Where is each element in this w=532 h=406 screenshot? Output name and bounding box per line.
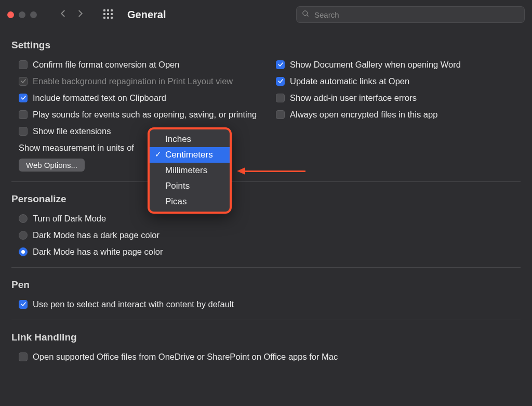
- setting-label: Include formatted text on Clipboard: [33, 93, 166, 103]
- toolbar: General: [0, 0, 532, 29]
- arrow-line: [245, 171, 305, 172]
- nav-controls: [59, 9, 85, 20]
- unit-option-millimeters[interactable]: Millimeters: [150, 163, 230, 178]
- settings-col-right: Show Document Gallery when opening Word …: [269, 56, 521, 174]
- unit-option-picas[interactable]: Picas: [150, 194, 230, 209]
- checkbox-icon[interactable]: [276, 77, 285, 86]
- page-title: General: [127, 9, 166, 21]
- show-all-icon[interactable]: [103, 9, 114, 20]
- annotation-arrow: [237, 167, 305, 175]
- arrow-left-icon: [237, 167, 245, 175]
- setting-label: Update automatic links at Open: [290, 76, 409, 86]
- setting-enable-bg-repag: Enable background repagination in Print …: [11, 73, 263, 89]
- setting-label: Show file extensions: [33, 126, 111, 136]
- search-field[interactable]: [296, 6, 525, 23]
- zoom-window-dot[interactable]: [30, 11, 37, 18]
- setting-label: Confirm file format conversion at Open: [33, 60, 179, 70]
- section-link-title: Link Handling: [11, 332, 521, 343]
- setting-include-formatted[interactable]: Include formatted text on Clipboard: [11, 89, 263, 106]
- svg-point-0: [303, 10, 308, 15]
- search-icon: [302, 10, 310, 20]
- personalize-white-page[interactable]: Dark Mode has a white page color: [11, 243, 521, 260]
- window-traffic-lights: [7, 11, 37, 18]
- section-settings-title: Settings: [11, 40, 521, 51]
- setting-open-encrypted[interactable]: Always open encrypted files in this app: [269, 106, 521, 123]
- svg-line-1: [307, 15, 308, 16]
- forward-icon[interactable]: [75, 9, 85, 20]
- measurement-label: Show measurement in units of: [19, 143, 134, 153]
- setting-label: Use pen to select and interact with cont…: [33, 299, 234, 309]
- radio-icon[interactable]: [19, 247, 28, 256]
- radio-label: Turn off Dark Mode: [33, 214, 106, 224]
- radio-icon[interactable]: [19, 231, 28, 240]
- checkbox-icon[interactable]: [19, 94, 28, 102]
- checkbox-icon[interactable]: [19, 110, 28, 119]
- radio-icon[interactable]: [19, 214, 28, 223]
- radio-label: Dark Mode has a white page color: [33, 247, 163, 257]
- divider: [11, 267, 521, 268]
- personalize-off[interactable]: Turn off Dark Mode: [11, 210, 521, 227]
- setting-show-gallery[interactable]: Show Document Gallery when opening Word: [269, 56, 521, 73]
- setting-confirm-file-format[interactable]: Confirm file format conversion at Open: [11, 56, 263, 73]
- checkbox-icon[interactable]: [276, 110, 285, 119]
- setting-label: Enable background repagination in Print …: [33, 76, 233, 86]
- pen-use-pen[interactable]: Use pen to select and interact with cont…: [11, 296, 521, 312]
- checkbox-icon[interactable]: [19, 127, 28, 136]
- unit-option-inches[interactable]: Inches: [150, 132, 230, 147]
- personalize-dark-page[interactable]: Dark Mode has a dark page color: [11, 227, 521, 243]
- minimize-window-dot[interactable]: [19, 11, 25, 18]
- checkbox-icon[interactable]: [276, 60, 285, 69]
- setting-play-sounds[interactable]: Play sounds for events such as opening, …: [11, 106, 263, 123]
- setting-label: Play sounds for events such as opening, …: [33, 110, 257, 120]
- web-options-button[interactable]: Web Options...: [19, 159, 85, 172]
- radio-label: Dark Mode has a dark page color: [33, 230, 159, 240]
- setting-show-addin-err[interactable]: Show add-in user interface errors: [269, 89, 521, 106]
- search-input[interactable]: [313, 10, 519, 20]
- section-personalize-title: Personalize: [11, 193, 521, 205]
- preferences-content: Settings Confirm file format conversion …: [0, 29, 532, 365]
- link-open-supported[interactable]: Open supported Office files from OneDriv…: [11, 348, 521, 365]
- setting-label: Always open encrypted files in this app: [290, 110, 437, 120]
- checkbox-icon[interactable]: [19, 300, 28, 309]
- checkbox-icon[interactable]: [19, 60, 28, 69]
- unit-option-points[interactable]: Points: [150, 178, 230, 194]
- unit-option-centimeters[interactable]: Centimeters: [150, 147, 230, 163]
- checkbox-icon[interactable]: [276, 94, 285, 102]
- settings-columns: Confirm file format conversion at Open E…: [11, 56, 521, 174]
- measurement-units-dropdown[interactable]: Inches Centimeters Millimeters Points Pi…: [148, 127, 232, 214]
- divider: [11, 320, 521, 320]
- back-icon[interactable]: [59, 9, 68, 20]
- section-pen-title: Pen: [11, 279, 521, 291]
- divider: [11, 181, 521, 182]
- setting-update-links[interactable]: Update automatic links at Open: [269, 73, 521, 89]
- checkbox-icon: [19, 77, 28, 86]
- setting-label: Open supported Office files from OneDriv…: [33, 352, 338, 362]
- setting-label: Show Document Gallery when opening Word: [290, 60, 461, 70]
- checkbox-icon[interactable]: [19, 352, 28, 361]
- setting-label: Show add-in user interface errors: [290, 93, 417, 103]
- close-window-dot[interactable]: [7, 11, 14, 18]
